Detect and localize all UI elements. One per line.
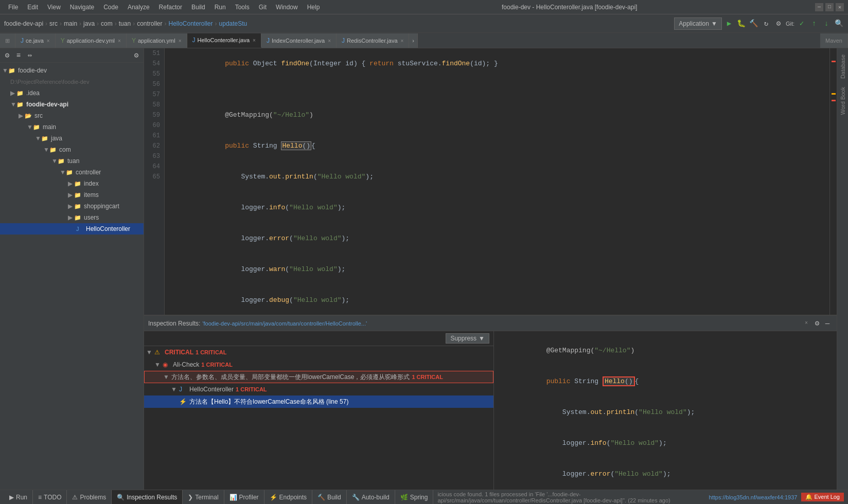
code-line-57: public String Hello(){ bbox=[169, 131, 825, 161]
sidebar-collapse-icon[interactable]: ⇔ bbox=[25, 50, 35, 61]
sidebar-gear-icon[interactable]: ⚙ bbox=[131, 50, 142, 61]
tree-java[interactable]: ▼ 📁 java bbox=[0, 133, 144, 144]
file-arrow-icon: ▼ bbox=[171, 386, 179, 393]
debug-button[interactable]: 🐛 bbox=[736, 19, 747, 29]
tab-more[interactable]: › bbox=[409, 33, 418, 48]
code-content[interactable]: public Object findOne(Integer id) { retu… bbox=[165, 48, 829, 315]
breadcrumb-tuan[interactable]: tuan bbox=[119, 20, 131, 27]
tree-src[interactable]: ▶ 📂 src bbox=[0, 110, 144, 121]
tree-idea[interactable]: ▶ 📁 .idea bbox=[0, 87, 144, 99]
menu-view[interactable]: View bbox=[43, 3, 65, 12]
inspection-preview[interactable]: @GetMapping("~/Hello") public String Hel… bbox=[494, 331, 837, 490]
tree-tuan[interactable]: ▼ 📁 tuan bbox=[0, 155, 144, 167]
menu-tools[interactable]: Tools bbox=[231, 3, 254, 12]
tree-users[interactable]: ▶ 📁 users bbox=[0, 212, 144, 223]
breadcrumb-controller[interactable]: controller bbox=[137, 20, 162, 27]
sidebar-expand-icon[interactable]: ≡ bbox=[13, 50, 24, 61]
tab-hello-conteroller[interactable]: J HelloConteroller.java × bbox=[187, 33, 261, 48]
rule-count: 1 CRITICAL bbox=[412, 374, 443, 380]
menu-run[interactable]: Run bbox=[210, 3, 230, 12]
close-button[interactable]: ✕ bbox=[836, 3, 844, 11]
tab-ce[interactable]: J ce.java × bbox=[15, 33, 56, 48]
event-log-button[interactable]: 🔔 Event Log bbox=[801, 493, 844, 501]
right-sidebar: Database Word Book bbox=[837, 48, 848, 490]
tab-project-panel[interactable]: ⊞ bbox=[0, 33, 15, 48]
bottom-tab-todo[interactable]: ≡ TODO bbox=[33, 490, 67, 505]
bottom-tab-endpoints[interactable]: ⚡ Endpoints bbox=[264, 490, 312, 505]
menu-window[interactable]: Window bbox=[272, 3, 302, 12]
tree-index-label: index bbox=[84, 180, 99, 187]
critical-arrow-icon: ▼ bbox=[146, 349, 154, 356]
tree-controller[interactable]: ▼ 📁 controller bbox=[0, 167, 144, 178]
tab-maven[interactable]: Maven bbox=[820, 33, 848, 48]
tree-com[interactable]: ▼ 📁 com bbox=[0, 144, 144, 155]
bottom-tab-autobuild[interactable]: 🔧 Auto-build bbox=[347, 490, 395, 505]
app-dropdown[interactable]: Application ▼ bbox=[674, 17, 722, 30]
bottom-tab-profiler[interactable]: 📊 Profiler bbox=[224, 490, 264, 505]
tree-index[interactable]: ▶ 📁 index bbox=[0, 178, 144, 189]
tree-main[interactable]: ▼ 📁 main bbox=[0, 121, 144, 133]
inspection-settings-icon[interactable]: ⚙ bbox=[812, 318, 822, 329]
settings-icon[interactable]: ⚙ bbox=[773, 19, 784, 29]
rule-item[interactable]: ▼ 方法名、参数名、成员变量、局部变量都统一使用lowerCamelCase，必… bbox=[144, 371, 493, 383]
tree-api[interactable]: ▼ 📁 foodie-dev-api bbox=[0, 99, 144, 110]
git-checkmark-icon[interactable]: ✓ bbox=[797, 19, 807, 29]
tab-app-yml[interactable]: Y application.yml × bbox=[127, 33, 187, 48]
menu-navigate[interactable]: Navigate bbox=[66, 3, 98, 12]
editor-scrollbar[interactable] bbox=[829, 48, 837, 315]
bottom-tab-terminal[interactable]: ❯ Terminal bbox=[183, 490, 224, 505]
api-folder-icon: 📁 bbox=[16, 101, 25, 108]
tree-items[interactable]: ▶ 📁 items bbox=[0, 189, 144, 201]
critical-group[interactable]: ▼ ⚠ CRITICAL 1 CRITICAL bbox=[144, 346, 493, 358]
tab-index-conteroller[interactable]: J IndexConteroller.java × bbox=[261, 33, 337, 48]
run-button[interactable]: ▶ bbox=[724, 19, 734, 29]
bottom-tab-inspection[interactable]: 🔍 Inspection Results bbox=[112, 490, 183, 505]
breadcrumb-file[interactable]: HelloConteroller bbox=[168, 20, 213, 27]
bottom-tab-problems[interactable]: ⚠ Problems bbox=[67, 490, 112, 505]
menu-file[interactable]: File bbox=[4, 3, 22, 12]
inspection-close-tab[interactable]: × bbox=[805, 320, 808, 326]
tree-hello-file[interactable]: J HelloConteroller bbox=[0, 223, 144, 235]
breadcrumb-main[interactable]: main bbox=[64, 20, 77, 27]
word-book-panel-label[interactable]: Word Book bbox=[840, 85, 846, 117]
menu-edit[interactable]: Edit bbox=[23, 3, 42, 12]
bottom-tab-build[interactable]: 🔨 Build bbox=[312, 490, 347, 505]
preview-line-2: public String Hello(){ bbox=[498, 366, 833, 397]
search-icon[interactable]: 🔍 bbox=[834, 19, 844, 29]
file-item[interactable]: ▼ J HelloConteroller 1 CRITICAL bbox=[144, 383, 493, 395]
refresh-button[interactable]: ↻ bbox=[761, 19, 771, 29]
breadcrumb-method[interactable]: updateStu bbox=[219, 20, 248, 27]
git-pull-icon[interactable]: ↓ bbox=[821, 19, 832, 29]
tree-root[interactable]: ▼ 📁 foodie-dev bbox=[0, 65, 144, 76]
alicheck-group[interactable]: ▼ ◉ Ali-Check 1 CRITICAL bbox=[144, 358, 493, 371]
maximize-button[interactable]: □ bbox=[825, 3, 834, 11]
bottom-tab-run[interactable]: ▶ Run bbox=[4, 490, 33, 505]
minimize-button[interactable]: — bbox=[815, 3, 823, 11]
violation-item[interactable]: ⚡ 方法名【Hello】不符合lowerCamelCase命名风格 (line … bbox=[144, 395, 493, 408]
menu-analyze[interactable]: Analyze bbox=[123, 3, 154, 12]
menu-help[interactable]: Help bbox=[303, 3, 324, 12]
breadcrumb-src[interactable]: src bbox=[49, 20, 58, 27]
breadcrumb-java[interactable]: java bbox=[83, 20, 95, 27]
breadcrumb: foodie-dev-api › src › main › java › com… bbox=[4, 20, 247, 27]
inspection-minimize-icon[interactable]: — bbox=[822, 318, 833, 329]
menu-build[interactable]: Build bbox=[187, 3, 209, 12]
tab-redis-controller[interactable]: J RedisController.java × bbox=[337, 33, 409, 48]
sidebar-settings-icon[interactable]: ⚙ bbox=[2, 50, 12, 61]
database-panel-label[interactable]: Database bbox=[840, 52, 846, 81]
suppress-button[interactable]: Suppress ▼ bbox=[446, 333, 489, 344]
menu-git[interactable]: Git bbox=[255, 3, 271, 12]
status-url[interactable]: https://blog35dn.nf/weaxfer44:1937 bbox=[709, 494, 798, 500]
build-button[interactable]: 🔨 bbox=[749, 19, 759, 29]
bottom-tab-spring[interactable]: 🌿 Spring bbox=[395, 490, 434, 505]
tree-shoppingcart[interactable]: ▶ 📁 shoppingcart bbox=[0, 201, 144, 212]
suppress-label: Suppress bbox=[450, 335, 476, 342]
menu-code[interactable]: Code bbox=[99, 3, 122, 12]
menu-refactor[interactable]: Refactor bbox=[155, 3, 186, 12]
git-push-icon[interactable]: ↑ bbox=[809, 19, 819, 29]
tree-api-label: foodie-dev-api bbox=[26, 101, 68, 108]
tab-app-dev-yml[interactable]: Y application-dev.yml × bbox=[56, 33, 127, 48]
breadcrumb-com[interactable]: com bbox=[101, 20, 113, 27]
main-area: ⚙ ≡ ⇔ ⚙ ▼ 📁 foodie-dev D:\ProjectReferen… bbox=[0, 48, 848, 490]
breadcrumb-project[interactable]: foodie-dev-api bbox=[4, 20, 43, 27]
